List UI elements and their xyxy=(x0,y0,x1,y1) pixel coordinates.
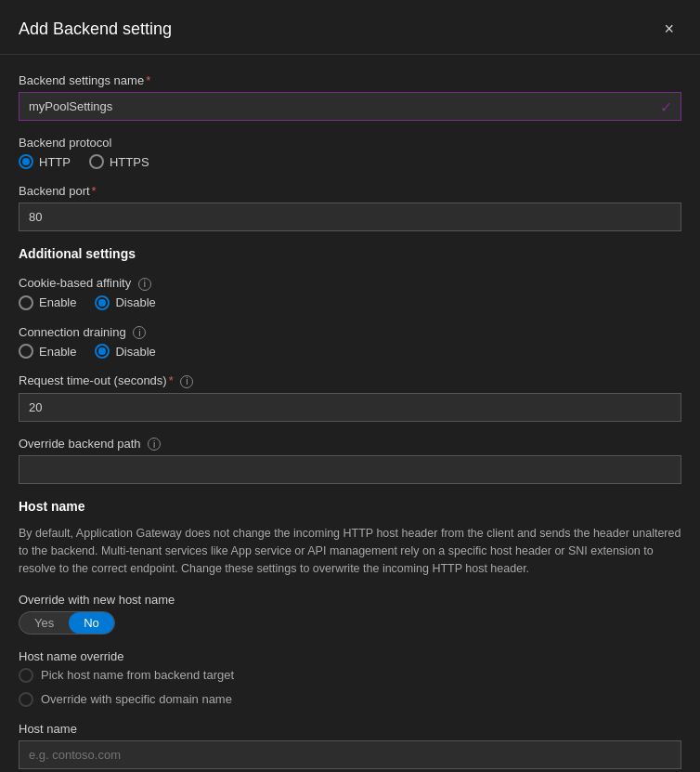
cookie-affinity-label: Cookie-based affinity i xyxy=(19,276,681,291)
input-valid-icon: ✓ xyxy=(660,98,672,115)
host-name-section: Host name By default, Application Gatewa… xyxy=(19,499,681,577)
panel-body: Backend settings name* ✓ Backend protoco… xyxy=(0,55,700,772)
override-backend-path-input[interactable] xyxy=(19,455,681,484)
add-backend-setting-panel: Add Backend setting × Backend settings n… xyxy=(0,0,700,772)
panel-title: Add Backend setting xyxy=(19,20,172,39)
draining-enable-text: Enable xyxy=(39,345,76,359)
host-name-title: Host name xyxy=(19,499,681,514)
required-indicator-timeout: * xyxy=(169,373,174,387)
override-domain-radio xyxy=(19,692,33,707)
host-name-override-label: Host name override xyxy=(19,649,681,663)
override-backend-path-group: Override backend path i xyxy=(19,437,681,485)
required-indicator: * xyxy=(146,73,150,87)
override-new-host-group: Override with new host name Yes No xyxy=(19,593,681,635)
draining-disable-label[interactable]: Disable xyxy=(95,344,155,359)
protocol-http-label[interactable]: HTTP xyxy=(19,154,71,169)
draining-disable-radio[interactable] xyxy=(95,344,110,359)
connection-draining-group: Connection draining i Enable Disable xyxy=(19,325,681,360)
request-timeout-group: Request time-out (seconds)* i xyxy=(19,373,681,422)
cookie-enable-text: Enable xyxy=(39,295,76,309)
host-name-input[interactable] xyxy=(19,740,681,769)
panel-header: Add Backend setting × xyxy=(0,0,700,55)
request-timeout-label: Request time-out (seconds)* i xyxy=(19,373,681,388)
cookie-affinity-info-icon[interactable]: i xyxy=(138,278,151,291)
toggle-yes[interactable]: Yes xyxy=(19,612,69,634)
backend-settings-name-label: Backend settings name* xyxy=(19,73,681,87)
backend-port-group: Backend port* xyxy=(19,184,681,231)
connection-draining-info-icon[interactable]: i xyxy=(133,326,146,339)
cookie-affinity-group: Cookie-based affinity i Enable Disable xyxy=(19,276,681,310)
pick-host-radio xyxy=(19,668,33,683)
cookie-enable-label[interactable]: Enable xyxy=(19,295,76,310)
protocol-http-text: HTTP xyxy=(39,155,71,169)
connection-draining-label: Connection draining i xyxy=(19,325,681,340)
protocol-https-text: HTTPS xyxy=(110,155,149,169)
override-backend-path-label: Override backend path i xyxy=(19,437,681,451)
additional-settings-section: Additional settings xyxy=(19,246,681,261)
override-domain-option: Override with specific domain name xyxy=(19,692,681,707)
required-indicator-port: * xyxy=(92,184,97,198)
pick-host-label: Pick host name from backend target xyxy=(41,668,234,682)
draining-enable-label[interactable]: Enable xyxy=(19,344,76,359)
connection-draining-radio-group: Enable Disable xyxy=(19,344,681,359)
override-domain-label: Override with specific domain name xyxy=(41,692,232,706)
host-name-description: By default, Application Gateway does not… xyxy=(19,525,681,577)
cookie-disable-label[interactable]: Disable xyxy=(95,295,155,310)
cookie-disable-radio[interactable] xyxy=(95,295,110,310)
protocol-http-radio[interactable] xyxy=(19,154,33,169)
host-name-override-group: Host name override Pick host name from b… xyxy=(19,649,681,707)
pick-host-option: Pick host name from backend target xyxy=(19,668,681,683)
override-new-host-toggle[interactable]: Yes No xyxy=(19,611,115,635)
draining-disable-text: Disable xyxy=(115,345,155,359)
protocol-https-radio[interactable] xyxy=(89,154,104,169)
backend-protocol-radio-group: HTTP HTTPS xyxy=(19,154,681,169)
host-name-input-group: Host name xyxy=(19,722,681,769)
additional-settings-title: Additional settings xyxy=(19,246,681,261)
request-timeout-input[interactable] xyxy=(19,393,681,422)
protocol-https-label[interactable]: HTTPS xyxy=(89,154,149,169)
request-timeout-info-icon[interactable]: i xyxy=(180,375,193,388)
toggle-no[interactable]: No xyxy=(69,612,114,634)
cookie-affinity-radio-group: Enable Disable xyxy=(19,295,681,310)
draining-enable-radio[interactable] xyxy=(19,344,33,359)
backend-port-label: Backend port* xyxy=(19,184,681,198)
close-button[interactable]: × xyxy=(656,17,681,41)
cookie-enable-radio[interactable] xyxy=(19,295,33,310)
backend-settings-name-wrapper: ✓ xyxy=(19,92,681,121)
host-name-input-label: Host name xyxy=(19,722,681,736)
backend-protocol-group: Backend protocol HTTP HTTPS xyxy=(19,136,681,169)
backend-protocol-label: Backend protocol xyxy=(19,136,681,150)
override-new-host-label: Override with new host name xyxy=(19,593,681,607)
backend-settings-name-input[interactable] xyxy=(19,92,681,121)
override-backend-path-info-icon[interactable]: i xyxy=(148,438,161,451)
backend-settings-name-group: Backend settings name* ✓ xyxy=(19,73,681,121)
backend-port-input[interactable] xyxy=(19,203,681,231)
cookie-disable-text: Disable xyxy=(115,295,155,309)
